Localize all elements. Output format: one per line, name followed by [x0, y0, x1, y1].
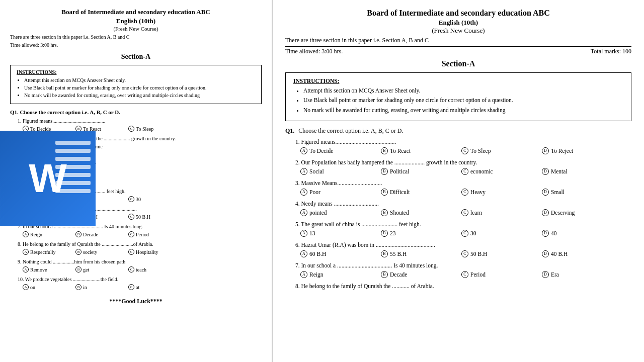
left-q10-circle-c: C [128, 284, 134, 290]
left-q7-circle-c: C [128, 231, 134, 237]
left-q9-circle-b: B [75, 266, 82, 273]
left-q9-options: A Remove B get C teach [10, 266, 262, 273]
right-q8-text: 8. He belong to the family of Quraish th… [285, 283, 631, 289]
left-q10-circle-b: B [75, 284, 82, 290]
left-q10-opt-b: B in [75, 284, 126, 290]
right-q1-circle-a: A [300, 147, 307, 154]
right-q7-text: 7. In our school a .....................… [285, 262, 631, 268]
right-q1-opt-b: B To React [381, 147, 461, 154]
left-question-1: 1. Figured means........................… [10, 118, 262, 132]
right-q5-opt-c: C 30 [461, 230, 542, 237]
right-q4-opt-d: D Deserving [542, 209, 622, 216]
right-q4-opt-b: B Shouted [381, 209, 461, 216]
right-subtitle: English (10th) [285, 19, 631, 27]
right-q7-opt-b: B Decade [381, 271, 461, 278]
right-q3-circle-b: B [381, 189, 388, 196]
right-q7-opt-a: A Reign [300, 271, 381, 278]
right-info-row2: Time allowed: 3:00 hrs. Total marks: 100 [285, 48, 631, 55]
left-instructions-list: Attempt this section on MCQs Answer Shee… [17, 77, 255, 99]
right-course: (Fresh New Course) [285, 27, 631, 35]
right-question-4: 4. Needy means .........................… [285, 201, 631, 216]
right-q7-circle-a: A [300, 271, 307, 278]
right-info-row1: There are three section in this paper i.… [285, 37, 631, 47]
right-instructions-list: Attempt this section on MCQs Answer Shee… [293, 86, 623, 114]
right-q1-opt-c: C To Sleep [461, 147, 542, 154]
right-q1-options: A To Decide B To React C To Sleep D To R… [285, 147, 631, 154]
left-q5-opt-c: C 30 [128, 196, 179, 202]
right-question-7: 7. In our school a .....................… [285, 262, 631, 278]
left-q6-circle-c: C [128, 214, 134, 220]
left-title: Board of Intermediate and secondary educ… [10, 8, 262, 26]
left-q8-circle-c: C [128, 249, 134, 255]
left-q1-text: 1. Figured means........................… [10, 118, 262, 124]
right-q1-opt-d: D To Reject [542, 147, 622, 154]
right-panel: Board of Intermediate and secondary educ… [272, 0, 644, 362]
left-q9-circle-a: A [23, 266, 29, 273]
right-q7-circle-d: D [542, 271, 549, 278]
left-question-9: 9. Nothing could .................him fr… [10, 259, 262, 273]
left-inst-item-2: Use Black ball point or marker for shadi… [24, 84, 255, 91]
right-q5-circle-c: C [461, 230, 468, 237]
right-q3-circle-c: C [461, 189, 468, 196]
right-q3-circle-d: D [542, 189, 549, 196]
right-section-label: Section-A [285, 59, 631, 68]
right-q5-opt-b: B 23 [381, 230, 461, 237]
left-course: (Fresh New Course) [10, 26, 262, 32]
right-q1-text: 1. Figured means........................… [285, 139, 631, 145]
right-q4-opt-a: A pointed [300, 209, 381, 216]
right-q5-opt-d: D 40 [542, 230, 622, 237]
left-question-8: 8. He belong to the family of Quraish th… [10, 241, 262, 255]
right-q4-options: A pointed B Shouted C learn D Deserving [285, 209, 631, 216]
left-q7-circle-a: A [23, 231, 29, 237]
left-q8-opt-a: A Respectfully [23, 249, 73, 255]
left-good-luck: ****Good Luck**** [10, 298, 262, 305]
left-q8-text: 8. He belong to the family of Quraish th… [10, 241, 262, 247]
right-q4-text: 4. Needy means .........................… [285, 201, 631, 207]
right-time: Time allowed: 3:00 hrs. [285, 48, 343, 55]
word-icon-letter: W [29, 155, 67, 202]
right-q6-circle-b: B [381, 250, 388, 257]
right-q3-opt-b: B Difficult [381, 189, 461, 196]
right-q6-opt-b: B 55 B.H [381, 250, 461, 257]
left-q8-options: A Respectfully B society C Hospitality [10, 249, 262, 255]
right-q4-circle-b: B [381, 209, 388, 216]
left-q8-circle-a: A [23, 249, 29, 255]
right-q2-opt-b: B Political [381, 168, 461, 175]
word-icon: W [0, 131, 96, 226]
right-q6-text: 6. Hazrat Umar (R.A) was born in .......… [285, 242, 631, 248]
right-q3-opt-a: A Poor [300, 189, 381, 196]
right-q5-circle-a: A [300, 230, 307, 237]
right-q2-text: 2. Our Population has badly hampered the… [285, 159, 631, 165]
right-q6-circle-d: D [542, 250, 549, 257]
left-q8-opt-c: C Hospitality [128, 249, 179, 255]
right-q7-circle-b: B [381, 271, 388, 278]
right-q6-circle-a: A [300, 250, 307, 257]
right-q6-opt-c: C 50 B.H [461, 250, 542, 257]
left-q9-circle-c: C [128, 266, 134, 273]
left-section-label: Section-A [10, 53, 262, 61]
left-q1-opt-c: C To Sleep [128, 126, 179, 132]
left-q7-opt-a: A Reign [23, 231, 73, 237]
left-q10-text: 10. We produce vegetables ..............… [10, 277, 262, 282]
left-inst-item-3: No mark will be awarded for cutting, era… [24, 92, 255, 99]
right-q5-circle-d: D [542, 230, 549, 237]
right-inst-item-2: Use Black ball point or marker for shadi… [303, 96, 623, 104]
right-q7-circle-c: C [461, 271, 468, 278]
left-q7-opt-b: B Decade [75, 231, 126, 237]
left-q7-opt-c: C Period [128, 231, 179, 237]
left-q9-text: 9. Nothing could .................him fr… [10, 259, 262, 264]
right-q5-text: 5. The great wall of china is ..........… [285, 221, 631, 227]
right-question-1: 1. Figured means........................… [285, 139, 631, 154]
right-q3-text: 3. Massive Means........................… [285, 180, 631, 186]
left-q1-circle-c: C [128, 126, 134, 132]
left-q1-header: Q1. Choose the correct option i.e. A, B,… [10, 109, 262, 115]
word-icon-line-1 [55, 141, 91, 145]
left-q10-options: A on B in C at [10, 284, 262, 290]
left-q7-options: A Reign B Decade C Period [10, 231, 262, 237]
left-q10-opt-c: C at [128, 284, 179, 290]
word-icon-overlay: W [0, 131, 101, 231]
right-q4-opt-c: C learn [461, 209, 542, 216]
right-q6-opt-a: A 60 B.H [300, 250, 381, 257]
right-question-2: 2. Our Population has badly hampered the… [285, 159, 631, 175]
left-q9-opt-a: A Remove [23, 266, 73, 273]
